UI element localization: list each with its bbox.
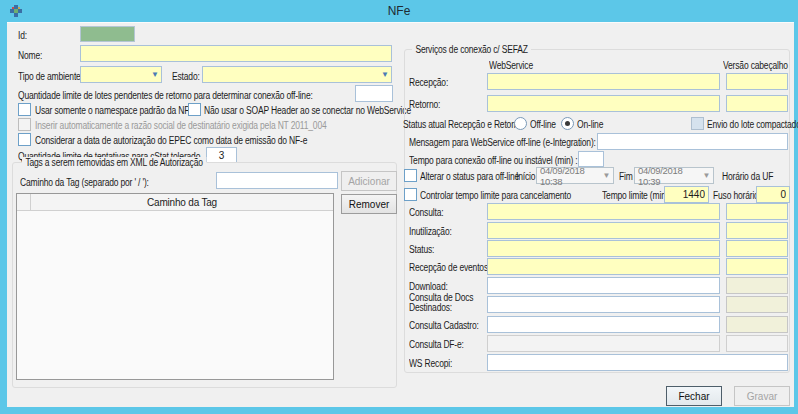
consulta-webservice-input[interactable] bbox=[487, 203, 720, 220]
recepcao-eventos-webservice-input[interactable] bbox=[487, 258, 720, 275]
webservice-column-header: WebService bbox=[489, 60, 533, 71]
inicio-date-value: 04/09/2018 10:38 bbox=[540, 165, 602, 187]
download-label: Download: bbox=[409, 281, 448, 292]
controlar-tempo-checkbox[interactable] bbox=[404, 188, 417, 201]
retorno-label: Retorno: bbox=[409, 99, 440, 110]
tipo-ambiente-label: Tipo de ambiente: bbox=[18, 71, 83, 82]
tipo-ambiente-select[interactable]: ▼ bbox=[80, 66, 162, 83]
nome-label: Nome: bbox=[18, 50, 42, 61]
considerar-epec-label: Considerar a data de autorização do EPEC… bbox=[35, 135, 307, 146]
online-radio-label[interactable]: On-line bbox=[577, 119, 603, 130]
controlar-tempo-label: Controlar tempo limite para cancelamento bbox=[420, 190, 571, 201]
remover-button[interactable]: Remover bbox=[341, 194, 397, 214]
chevron-down-icon: ▼ bbox=[702, 171, 710, 180]
lotes-pendentes-label: Quantidade limite de lotes pendentes de … bbox=[18, 90, 313, 101]
consulta-versao-input[interactable] bbox=[726, 203, 788, 220]
recepcao-label: Recepção: bbox=[409, 77, 448, 88]
recepcao-versao-input[interactable] bbox=[726, 73, 788, 90]
caminho-tag-label: Caminho da Tag (separado por ' / '): bbox=[20, 177, 149, 188]
tempo-limite-label: Tempo limite (min): bbox=[602, 190, 671, 201]
status-atual-label: Status atual Recepção e Retorno: bbox=[403, 119, 525, 130]
fuso-horario-label: Fuso horário: bbox=[713, 190, 761, 201]
offline-radio-label[interactable]: Off-line bbox=[530, 119, 556, 130]
alterar-status-label: Alterar o status para off-line bbox=[420, 171, 519, 182]
sefaz-groupbox-title: Serviços de conexão c/ SEFAZ bbox=[412, 44, 531, 55]
inserir-razao-social-checkbox bbox=[18, 118, 31, 131]
inutilizacao-versao-input[interactable] bbox=[726, 222, 788, 239]
versao-cabecalho-column-header: Versão cabeçalho bbox=[723, 60, 788, 71]
consulta-dfe-versao-input bbox=[726, 335, 788, 352]
tags-groupbox-title: Tags a serem removidas em XML de Autoriz… bbox=[22, 157, 206, 168]
chevron-down-icon: ▼ bbox=[381, 70, 389, 79]
retorno-webservice-input[interactable] bbox=[487, 95, 720, 112]
retorno-versao-input[interactable] bbox=[726, 95, 788, 112]
consulta-docs-versao-input bbox=[726, 296, 788, 313]
mensagem-offline-label: Mensagem para WebService off-line (e-Int… bbox=[409, 137, 596, 148]
recepcao-eventos-label: Recepção de eventos: bbox=[409, 262, 490, 273]
nao-usar-soap-checkbox[interactable] bbox=[188, 103, 201, 116]
chevron-down-icon: ▼ bbox=[602, 171, 610, 180]
adicionar-button[interactable]: Adicionar bbox=[341, 171, 397, 191]
estado-select[interactable]: ▼ bbox=[202, 66, 392, 83]
caminho-tag-input[interactable] bbox=[216, 172, 338, 189]
consulta-cadastro-label: Consulta Cadastro: bbox=[409, 320, 479, 331]
title-bar: NFe bbox=[0, 0, 798, 22]
grid-column-header[interactable]: Caminho da Tag bbox=[31, 194, 333, 211]
fim-date-value: 04/09/2018 10:39 bbox=[638, 165, 702, 187]
consulta-dfe-label: Consulta DF-e: bbox=[409, 339, 464, 350]
id-label: Id: bbox=[18, 30, 27, 41]
consulta-dfe-webservice-input bbox=[487, 335, 720, 352]
inutilizacao-label: Inutilização: bbox=[409, 226, 452, 237]
grid-corner-cell bbox=[17, 194, 31, 211]
tempo-limite-input[interactable] bbox=[664, 186, 709, 203]
recepcao-eventos-versao-input[interactable] bbox=[726, 258, 788, 275]
consulta-cadastro-webservice-input[interactable] bbox=[487, 316, 720, 333]
offline-radio[interactable] bbox=[514, 117, 527, 130]
mensagem-offline-input[interactable] bbox=[597, 133, 788, 150]
consulta-cadastro-versao-input bbox=[726, 316, 788, 333]
app-icon bbox=[9, 4, 23, 18]
ws-recopi-input[interactable] bbox=[487, 354, 788, 371]
usar-namespace-checkbox[interactable] bbox=[18, 103, 31, 116]
inicio-datepicker[interactable]: 04/09/2018 10:38 ▼ bbox=[536, 167, 614, 184]
envio-lote-compactado-checkbox bbox=[691, 117, 704, 130]
online-radio[interactable] bbox=[561, 117, 574, 130]
lotes-pendentes-input[interactable] bbox=[355, 85, 393, 102]
fechar-button[interactable]: Fechar bbox=[666, 386, 722, 406]
recepcao-webservice-input[interactable] bbox=[487, 73, 720, 90]
download-webservice-input[interactable] bbox=[487, 277, 720, 294]
fim-label: Fim bbox=[619, 171, 633, 182]
envio-lote-compactado-label: Envio do lote compactado bbox=[707, 119, 798, 130]
considerar-epec-checkbox[interactable] bbox=[18, 133, 31, 146]
status-label: Status: bbox=[409, 244, 434, 255]
consulta-docs-webservice-input[interactable] bbox=[487, 296, 720, 313]
id-value-box bbox=[80, 26, 135, 42]
nfe-window: NFe Id: Nome: Tipo de ambiente: ▼ Estado… bbox=[0, 0, 798, 414]
nao-usar-soap-label: Não usar o SOAP Header ao se conectar no… bbox=[204, 105, 411, 116]
estado-label: Estado: bbox=[172, 71, 200, 82]
gravar-button[interactable]: Gravar bbox=[734, 386, 790, 406]
window-title: NFe bbox=[388, 4, 411, 18]
inicio-label: Início bbox=[516, 171, 535, 182]
download-versao-input bbox=[726, 277, 788, 294]
horario-uf-label: Horário da UF bbox=[722, 171, 773, 182]
consulta-label: Consulta: bbox=[409, 207, 443, 218]
consulta-docs-destinados-label: Consulta de Docs Destinados: bbox=[409, 293, 477, 313]
status-webservice-input[interactable] bbox=[487, 240, 720, 257]
inserir-razao-social-label: Inserir automaticamente a razão social d… bbox=[35, 120, 326, 131]
caminho-tag-grid[interactable]: Caminho da Tag bbox=[16, 193, 334, 380]
status-versao-input[interactable] bbox=[726, 240, 788, 257]
usar-namespace-label: Usar somente o namespace padrão da NF-e bbox=[35, 105, 197, 116]
inutilizacao-webservice-input[interactable] bbox=[487, 222, 720, 239]
ws-recopi-label: WS Recopi: bbox=[409, 358, 452, 369]
cstat-input[interactable] bbox=[206, 147, 237, 163]
nome-input[interactable] bbox=[80, 45, 392, 62]
grid-header-row: Caminho da Tag bbox=[17, 194, 333, 211]
fim-datepicker[interactable]: 04/09/2018 10:39 ▼ bbox=[634, 167, 714, 184]
chevron-down-icon: ▼ bbox=[151, 70, 159, 79]
fuso-horario-input[interactable] bbox=[756, 186, 790, 203]
alterar-status-checkbox[interactable] bbox=[404, 169, 417, 182]
